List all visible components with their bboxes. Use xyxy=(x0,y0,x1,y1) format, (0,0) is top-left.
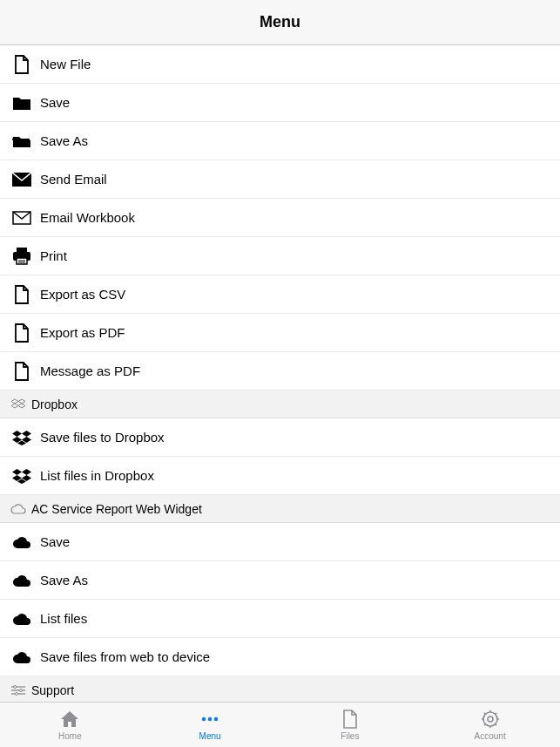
tab-account[interactable]: Account xyxy=(420,703,560,747)
tab-label: Files xyxy=(341,731,359,741)
row-label: Email Workbook xyxy=(40,210,135,225)
tab-files[interactable]: Files xyxy=(280,703,421,747)
tab-menu[interactable]: Menu xyxy=(140,703,280,747)
row-label: Export as CSV xyxy=(40,287,125,302)
document-icon xyxy=(10,53,33,76)
svg-line-22 xyxy=(484,713,485,714)
tabbar: Home Menu Files Account xyxy=(0,702,560,747)
row-export-pdf[interactable]: Export as PDF xyxy=(0,314,560,352)
row-label: List files in Dropbox xyxy=(40,468,154,483)
row-send-email[interactable]: Send Email xyxy=(0,160,560,199)
document-icon xyxy=(340,709,361,730)
row-export-csv[interactable]: Export as CSV xyxy=(0,275,560,314)
sliders-icon xyxy=(10,682,26,698)
row-ac-list[interactable]: List files xyxy=(0,600,560,638)
section-label: Support xyxy=(31,683,74,697)
svg-rect-2 xyxy=(17,248,27,252)
envelope-outline-icon xyxy=(10,207,33,229)
cloud-icon xyxy=(10,608,33,630)
row-label: List files xyxy=(40,611,87,626)
row-label: Save xyxy=(40,95,70,110)
cloud-icon xyxy=(10,569,33,592)
document-icon xyxy=(10,360,33,383)
row-save-as[interactable]: Save As xyxy=(0,122,560,160)
row-label: Export as PDF xyxy=(40,325,125,340)
row-label: Save files to Dropbox xyxy=(40,430,165,445)
section-support: Support xyxy=(0,676,560,702)
row-label: Save As xyxy=(40,573,88,587)
folder-open-icon xyxy=(10,130,33,153)
section-ac-service: AC Service Report Web Widget xyxy=(0,495,560,523)
printer-icon xyxy=(10,245,33,268)
row-label: Save As xyxy=(40,133,88,148)
row-message-pdf[interactable]: Message as PDF xyxy=(0,352,560,390)
row-label: Message as PDF xyxy=(40,363,140,378)
svg-point-12 xyxy=(16,692,18,695)
dropbox-icon xyxy=(10,465,33,487)
dropbox-icon xyxy=(10,426,33,449)
folder-icon xyxy=(10,92,33,114)
document-icon xyxy=(10,283,33,306)
svg-line-25 xyxy=(495,713,496,714)
row-email-workbook[interactable]: Email Workbook xyxy=(0,199,560,237)
row-label: Save xyxy=(40,534,70,549)
row-dropbox-list[interactable]: List files in Dropbox xyxy=(0,457,560,495)
svg-line-24 xyxy=(484,724,485,725)
tab-home[interactable]: Home xyxy=(0,703,140,747)
row-ac-save-as[interactable]: Save As xyxy=(0,561,560,600)
row-label: Save files from web to device xyxy=(40,649,210,664)
gear-icon xyxy=(480,709,501,730)
svg-point-14 xyxy=(208,717,212,721)
cloud-icon xyxy=(10,531,33,553)
row-new-file[interactable]: New File xyxy=(0,45,560,84)
section-dropbox: Dropbox xyxy=(0,390,560,418)
tab-label: Account xyxy=(475,731,506,741)
row-print[interactable]: Print xyxy=(0,237,560,275)
row-dropbox-save[interactable]: Save files to Dropbox xyxy=(0,418,560,457)
content: New File Save Save As Send Email Email W… xyxy=(0,45,560,702)
svg-point-15 xyxy=(214,717,218,721)
tab-label: Home xyxy=(58,731,82,741)
svg-line-23 xyxy=(495,724,496,725)
envelope-filled-icon xyxy=(10,168,33,191)
section-label: Dropbox xyxy=(31,397,78,411)
section-label: AC Service Report Web Widget xyxy=(31,502,202,516)
row-label: Print xyxy=(40,248,67,263)
svg-point-16 xyxy=(483,712,497,726)
header: Menu xyxy=(0,0,560,45)
row-ac-save-web[interactable]: Save files from web to device xyxy=(0,638,560,676)
row-save[interactable]: Save xyxy=(0,84,560,122)
row-label: New File xyxy=(40,57,91,71)
svg-point-8 xyxy=(14,685,17,688)
cloud-icon xyxy=(10,646,33,669)
row-ac-save[interactable]: Save xyxy=(0,523,560,561)
document-icon xyxy=(10,322,33,344)
svg-point-10 xyxy=(20,689,23,691)
page-title: Menu xyxy=(260,13,300,31)
svg-point-13 xyxy=(202,717,206,721)
cloud-outline-icon xyxy=(10,501,26,517)
row-label: Send Email xyxy=(40,172,107,187)
tab-label: Menu xyxy=(199,731,221,741)
svg-point-17 xyxy=(488,716,493,722)
more-icon xyxy=(199,709,220,730)
home-icon xyxy=(59,709,80,730)
dropbox-outline-icon xyxy=(10,397,26,412)
